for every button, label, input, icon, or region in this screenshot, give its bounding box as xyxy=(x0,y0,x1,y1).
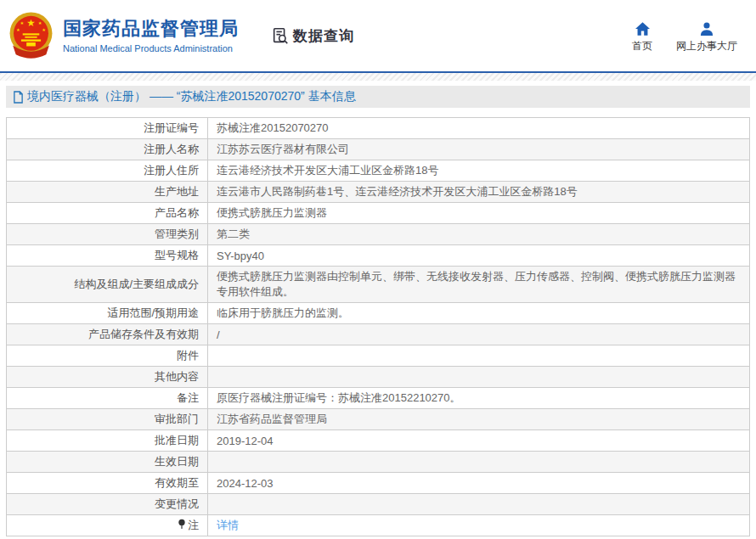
detail-link[interactable]: 详情 xyxy=(217,519,239,531)
table-row: 备注原医疗器械注册证编号：苏械注准20152210270。 xyxy=(7,388,750,409)
row-label: 管理类别 xyxy=(7,224,208,245)
table-row: 型号规格SY-bpy40 xyxy=(7,245,750,267)
table-row: 管理类别第二类 xyxy=(7,224,750,245)
table-row: 产品储存条件及有效期/ xyxy=(7,324,750,345)
svg-text:★: ★ xyxy=(42,27,46,32)
svg-text:★: ★ xyxy=(38,20,42,25)
row-label: 产品储存条件及有效期 xyxy=(7,324,208,345)
table-row: 生效日期 xyxy=(7,452,750,473)
table-row: 附件 xyxy=(7,345,750,367)
table-row: 结构及组成/主要组成成分便携式膀胱压力监测器由控制单元、绑带、无线接收发射器、压… xyxy=(7,267,750,303)
row-label: 型号规格 xyxy=(7,245,208,267)
row-value: SY-bpy40 xyxy=(208,245,750,267)
table-row: 审批部门江苏省药品监督管理局 xyxy=(7,409,750,430)
row-label: 注册人住所 xyxy=(7,160,208,182)
row-label: 生效日期 xyxy=(7,452,208,473)
svg-text:★: ★ xyxy=(16,27,20,32)
pin-icon xyxy=(178,519,186,530)
row-value: 苏械注准20152070270 xyxy=(208,118,750,139)
national-emblem-logo: ★ ★ ★ ★ ★ xyxy=(7,10,55,61)
table-row: 注册人住所连云港经济技术开发区大浦工业区金桥路18号 xyxy=(7,160,750,182)
document-search-icon xyxy=(271,26,290,45)
row-value: 2024-12-03 xyxy=(208,473,750,494)
row-label: 注册人名称 xyxy=(7,139,208,160)
table-row: 批准日期2019-12-04 xyxy=(7,430,750,452)
row-value: 便携式膀胱压力监测器 xyxy=(208,203,750,224)
row-value: 临床用于膀胱压力的监测。 xyxy=(208,303,750,324)
data-query-tab[interactable]: 数据查询 xyxy=(271,26,354,46)
row-label: 注 xyxy=(7,515,208,536)
person-icon xyxy=(700,22,714,36)
row-value: 连云港经济技术开发区大浦工业区金桥路18号 xyxy=(208,160,750,182)
row-value: 江苏省药品监督管理局 xyxy=(208,409,750,430)
row-label: 批准日期 xyxy=(7,430,208,452)
table-row: 生产地址连云港市人民路制药巷1号、连云港经济技术开发区大浦工业区金桥路18号 xyxy=(7,182,750,203)
table-row: 注册证编号苏械注准20152070270 xyxy=(7,118,750,139)
row-label: 有效期至 xyxy=(7,473,208,494)
row-label: 生产地址 xyxy=(7,182,208,203)
row-value xyxy=(208,452,750,473)
site-header: ★ ★ ★ ★ ★ 国家药品监督管理局 National Medical Pro… xyxy=(0,0,756,73)
row-label: 其他内容 xyxy=(7,367,208,388)
row-value: 连云港市人民路制药巷1号、连云港经济技术开发区大浦工业区金桥路18号 xyxy=(208,182,750,203)
page-icon xyxy=(13,91,24,104)
row-label: 适用范围/预期用途 xyxy=(7,303,208,324)
breadcrumb: 境内医疗器械（注册） —— “苏械注准20152070270” 基本信息 xyxy=(6,86,750,108)
info-table-body: 注册证编号苏械注准20152070270注册人名称江苏苏云医疗器材有限公司注册人… xyxy=(7,118,750,536)
breadcrumb-text: 境内医疗器械（注册） —— “苏械注准20152070270” 基本信息 xyxy=(27,89,356,104)
row-label: 结构及组成/主要组成成分 xyxy=(7,267,208,303)
table-row: 有效期至2024-12-03 xyxy=(7,473,750,494)
row-value xyxy=(208,494,750,515)
table-row: 产品名称便携式膀胱压力监测器 xyxy=(7,203,750,224)
row-value xyxy=(208,367,750,388)
table-row: 注册人名称江苏苏云医疗器材有限公司 xyxy=(7,139,750,160)
site-title: 国家药品监督管理局 xyxy=(63,18,239,40)
row-label: 备注 xyxy=(7,388,208,409)
row-label: 变更情况 xyxy=(7,494,208,515)
nav-service-hall-label: 网上办事大厅 xyxy=(676,39,737,53)
table-row: 变更情况 xyxy=(7,494,750,515)
row-label: 附件 xyxy=(7,345,208,367)
site-subtitle: National Medical Products Administration xyxy=(63,43,239,53)
row-value: / xyxy=(208,324,750,345)
row-value: 第二类 xyxy=(208,224,750,245)
national-emblem-icon: ★ ★ ★ ★ ★ xyxy=(7,10,55,61)
registration-info-table: 注册证编号苏械注准20152070270注册人名称江苏苏云医疗器材有限公司注册人… xyxy=(6,117,750,536)
site-title-block: 国家药品监督管理局 National Medical Products Admi… xyxy=(63,18,239,53)
data-query-label: 数据查询 xyxy=(293,26,354,46)
nav-home-label: 首页 xyxy=(632,39,652,53)
row-label: 审批部门 xyxy=(7,409,208,430)
nav-service-hall[interactable]: 网上办事大厅 xyxy=(676,22,737,53)
svg-text:★: ★ xyxy=(26,18,35,28)
svg-text:★: ★ xyxy=(20,20,24,25)
row-value: 2019-12-04 xyxy=(208,430,750,452)
hatch-divider xyxy=(0,73,756,81)
row-value: 江苏苏云医疗器材有限公司 xyxy=(208,139,750,160)
home-icon xyxy=(635,22,650,36)
row-label: 产品名称 xyxy=(7,203,208,224)
table-row: 适用范围/预期用途临床用于膀胱压力的监测。 xyxy=(7,303,750,324)
row-label: 注册证编号 xyxy=(7,118,208,139)
nav-home[interactable]: 首页 xyxy=(632,22,652,53)
row-value: 原医疗器械注册证编号：苏械注准20152210270。 xyxy=(208,388,750,409)
table-row: 其他内容 xyxy=(7,367,750,388)
header-nav: 首页 网上办事大厅 xyxy=(632,22,737,53)
table-row: 注详情 xyxy=(7,515,750,536)
row-value xyxy=(208,345,750,367)
row-value: 便携式膀胱压力监测器由控制单元、绑带、无线接收发射器、压力传感器、控制阀、便携式… xyxy=(208,267,750,303)
